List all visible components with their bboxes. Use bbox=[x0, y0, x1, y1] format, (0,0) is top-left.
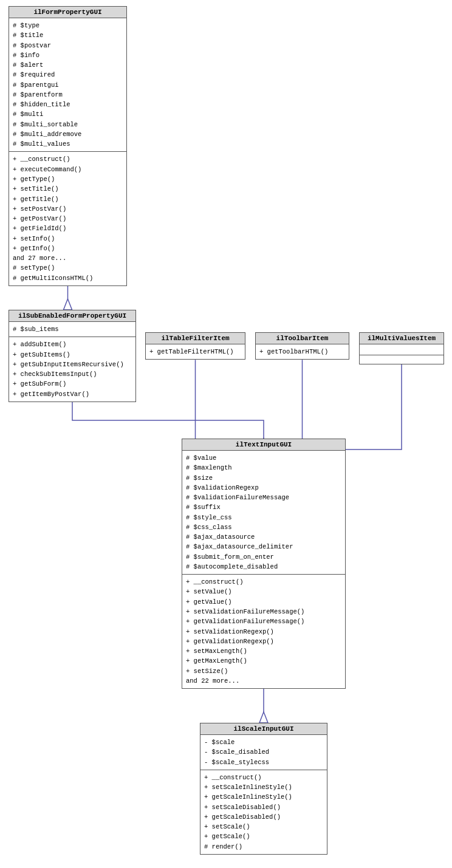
ilTextInputGUI-methods: + __construct() + setValue() + getValue(… bbox=[182, 575, 345, 688]
ilToolbarItem-header: ilToolbarItem bbox=[256, 333, 349, 344]
ilTextInputGUI-box: ilTextInputGUI # $value # $maxlength # $… bbox=[182, 439, 346, 689]
ilScaleInputGUI-properties: - $scale - $scale_disabled - $scale_styl… bbox=[200, 735, 327, 770]
ilTableFilterItem-header: ilTableFilterItem bbox=[146, 333, 245, 344]
ilSubEnabledFormPropertyGUI-properties: # $sub_items bbox=[9, 322, 135, 337]
ilToolbarItem-box: ilToolbarItem + getToolbarHTML() bbox=[255, 332, 349, 360]
svg-marker-1 bbox=[64, 299, 72, 310]
ilScaleInputGUI-box: ilScaleInputGUI - $scale - $scale_disabl… bbox=[200, 723, 327, 855]
ilTextInputGUI-properties: # $value # $maxlength # $size # $validat… bbox=[182, 451, 345, 575]
ilToolbarItem-methods: + getToolbarHTML() bbox=[256, 344, 349, 359]
ilMultiValuesItem-header: ilMultiValuesItem bbox=[360, 333, 443, 344]
ilSubEnabledFormPropertyGUI-box: ilSubEnabledFormPropertyGUI # $sub_items… bbox=[9, 310, 136, 402]
ilTextInputGUI-header: ilTextInputGUI bbox=[182, 439, 345, 451]
ilTableFilterItem-box: ilTableFilterItem + getTableFilterHTML() bbox=[145, 332, 245, 360]
ilMultiValuesItem-properties bbox=[360, 344, 443, 355]
svg-marker-5 bbox=[259, 712, 268, 723]
ilMultiValuesItem-methods bbox=[360, 355, 443, 364]
ilFormPropertyGUI-properties: # $type # $title # $postvar # $info # $a… bbox=[9, 18, 126, 152]
ilSubEnabledFormPropertyGUI-methods: + addSubItem() + getSubItems() + getSubI… bbox=[9, 337, 135, 402]
ilScaleInputGUI-header: ilScaleInputGUI bbox=[200, 723, 327, 735]
ilFormPropertyGUI-box: ilFormPropertyGUI # $type # $title # $po… bbox=[9, 6, 127, 286]
ilScaleInputGUI-methods: + __construct() + setScaleInlineStyle() … bbox=[200, 770, 327, 854]
ilSubEnabledFormPropertyGUI-header: ilSubEnabledFormPropertyGUI bbox=[9, 310, 135, 322]
ilFormPropertyGUI-methods: + __construct() + executeCommand() + get… bbox=[9, 152, 126, 285]
ilMultiValuesItem-box: ilMultiValuesItem bbox=[359, 332, 444, 364]
ilTableFilterItem-methods: + getTableFilterHTML() bbox=[146, 344, 245, 359]
ilFormPropertyGUI-header: ilFormPropertyGUI bbox=[9, 7, 126, 18]
diagram-container: ilFormPropertyGUI # $type # $title # $po… bbox=[0, 0, 452, 868]
